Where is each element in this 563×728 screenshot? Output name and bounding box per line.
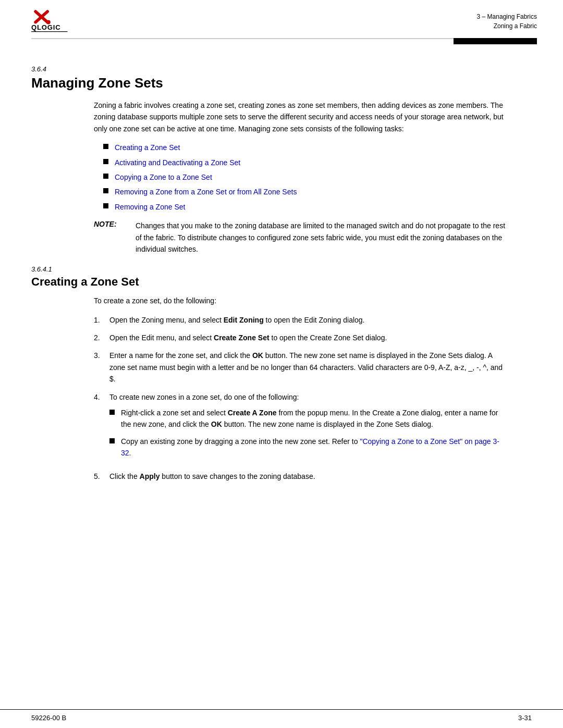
step-2-content: Open the Edit menu, and select Create Zo… [109,332,506,343]
step-2: 2. Open the Edit menu, and select Create… [94,332,506,343]
svg-text:QLOGIC: QLOGIC [31,23,61,31]
step-1-content: Open the Zoning menu, and select Edit Zo… [109,314,506,326]
main-content: 3.6.4 Managing Zone Sets Zoning a fabric… [0,44,563,709]
section-3641-intro: To create a zone set, do the following: [94,295,506,306]
step-3-content: Enter a name for the zone set, and click… [109,350,506,385]
step-3: 3. Enter a name for the zone set, and cl… [94,350,506,385]
link-copying-zone[interactable]: Copying a Zone to a Zone Set [115,171,212,183]
step-4-content: To create new zones in a zone set, do on… [109,391,506,464]
header: QLOGIC 3 – Managing Fabrics Zoning a Fab… [0,0,563,38]
divider-right [454,38,537,44]
steps-list: 1. Open the Zoning menu, and select Edit… [94,314,506,482]
step-4-num: 4. [94,391,109,464]
footer-right: 3-31 [518,714,532,722]
section-364-intro: Zoning a fabric involves creating a zone… [94,100,506,134]
step-1-num: 1. [94,314,109,326]
step-5-content: Click the Apply button to save changes t… [109,471,506,482]
list-item: Removing a Zone Set [103,201,506,213]
link-activating-zone-set[interactable]: Activating and Deactivating a Zone Set [115,157,240,168]
step-5-num: 5. [94,471,109,482]
chapter-label: 3 – Managing Fabrics [477,12,537,21]
qlogic-logo: QLOGIC [31,9,78,33]
step-5: 5. Click the Apply button to save change… [94,471,506,482]
header-divider [0,38,563,44]
step-4: 4. To create new zones in a zone set, do… [94,391,506,464]
page: QLOGIC 3 – Managing Fabrics Zoning a Fab… [0,0,563,728]
section-3641-number: 3.6.4.1 [31,265,532,273]
list-item: Activating and Deactivating a Zone Set [103,157,506,168]
section-label: Zoning a Fabric [477,21,537,31]
list-item: Removing a Zone from a Zone Set or from … [103,186,506,198]
bullet-icon [103,188,108,193]
topic-list: Creating a Zone Set Activating and Deact… [103,142,506,213]
step-1: 1. Open the Zoning menu, and select Edit… [94,314,506,326]
bullet-icon [103,144,108,149]
sub-item-2-text: Copy an existing zone by dragging a zone… [121,436,506,459]
note-block: NOTE: Changes that you make to the zonin… [94,220,506,255]
link-removing-zone[interactable]: Removing a Zone from a Zone Set or from … [115,186,297,198]
sub-list-item-2: Copy an existing zone by dragging a zone… [109,436,506,459]
sub-item-1-text: Right-click a zone set and select Create… [121,407,506,430]
divider-left [31,38,454,39]
footer-left: 59226-00 B [31,714,66,722]
step-2-num: 2. [94,332,109,343]
note-text: Changes that you make to the zoning data… [136,220,506,255]
logo-area: QLOGIC [31,9,78,33]
link-creating-zone-set[interactable]: Creating a Zone Set [115,142,180,153]
list-item: Creating a Zone Set [103,142,506,153]
section-364-number: 3.6.4 [31,65,532,73]
link-copy-zone-ref[interactable]: "Copying a Zone to a Zone Set" on page 3… [121,437,499,457]
link-removing-zone-set[interactable]: Removing a Zone Set [115,201,185,213]
list-item: Copying a Zone to a Zone Set [103,171,506,183]
sub-bullet-list: Right-click a zone set and select Create… [109,407,506,459]
section-364-title: Managing Zone Sets [31,75,532,91]
bullet-icon [103,174,108,179]
section-3641-title: Creating a Zone Set [31,275,532,289]
bullet-icon [103,159,108,164]
sub-bullet-icon [109,438,115,443]
note-label: NOTE: [94,220,136,255]
bullet-icon [103,203,108,208]
section-364: 3.6.4 Managing Zone Sets Zoning a fabric… [31,65,532,255]
footer: 59226-00 B 3-31 [0,709,563,728]
header-right: 3 – Managing Fabrics Zoning a Fabric [477,9,537,31]
sub-list-item-1: Right-click a zone set and select Create… [109,407,506,430]
step-3-num: 3. [94,350,109,385]
section-3641: 3.6.4.1 Creating a Zone Set To create a … [31,265,532,482]
sub-bullet-icon [109,410,115,415]
